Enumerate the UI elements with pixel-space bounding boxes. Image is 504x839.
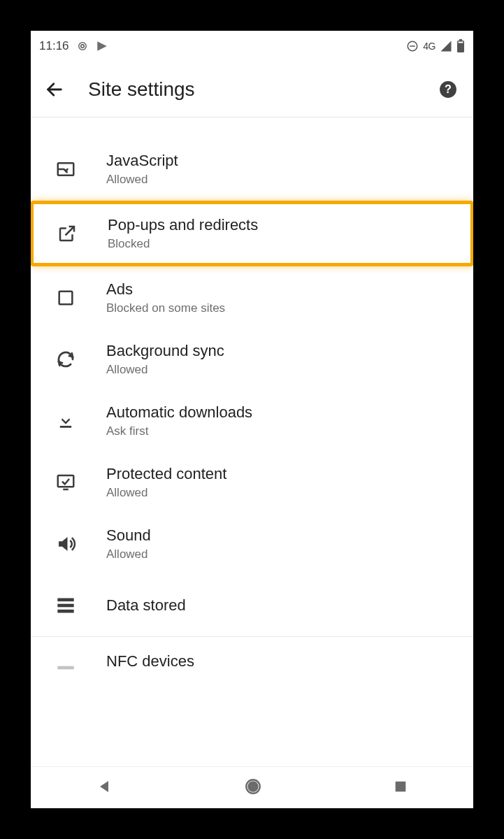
- settings-list: JavaScript Allowed Pop-ups and redirects…: [31, 117, 473, 672]
- row-title: Pop-ups and redirects: [108, 216, 258, 234]
- nfc-icon: [50, 652, 81, 672]
- svg-rect-18: [57, 666, 73, 670]
- sync-icon: [50, 344, 81, 375]
- setting-row-background-sync[interactable]: Background sync Allowed: [31, 329, 473, 390]
- battery-icon: [456, 39, 465, 53]
- svg-rect-6: [459, 42, 463, 43]
- nav-recents-button[interactable]: [372, 772, 429, 803]
- circle-home-icon: [244, 777, 262, 796]
- open-in-new-icon: [52, 218, 82, 249]
- row-title: Background sync: [106, 342, 224, 360]
- storage-icon: [50, 590, 81, 621]
- svg-rect-17: [57, 610, 73, 613]
- play-store-icon: [96, 40, 108, 52]
- row-subtitle: Blocked on some sites: [106, 301, 225, 315]
- network-type-label: 4G: [423, 41, 435, 52]
- setting-row-data-stored[interactable]: Data stored: [31, 575, 473, 636]
- javascript-icon: [50, 154, 81, 185]
- help-icon: ?: [439, 80, 457, 99]
- svg-rect-16: [57, 604, 73, 608]
- row-title: Automatic downloads: [106, 403, 252, 422]
- row-subtitle: Blocked: [108, 237, 258, 251]
- row-title: NFC devices: [106, 652, 194, 671]
- setting-row-popups[interactable]: Pop-ups and redirects Blocked: [32, 203, 472, 264]
- row-title: Sound: [106, 526, 151, 545]
- setting-row-protected-content[interactable]: Protected content Allowed: [31, 452, 473, 513]
- setting-row-javascript[interactable]: JavaScript Allowed: [31, 138, 473, 200]
- do-not-disturb-icon: [406, 40, 419, 52]
- row-title: Ads: [106, 280, 225, 299]
- svg-point-0: [80, 45, 84, 48]
- page-title: Site settings: [88, 78, 195, 101]
- app-bar: Site settings ?: [31, 62, 473, 117]
- svg-rect-15: [57, 598, 73, 602]
- nav-back-button[interactable]: [75, 771, 134, 804]
- row-subtitle: Allowed: [106, 547, 151, 561]
- system-nav-bar: [31, 766, 473, 808]
- status-bar: 11:16 4G: [31, 31, 473, 62]
- download-icon: [50, 406, 81, 436]
- svg-text:?: ?: [445, 83, 452, 95]
- signal-icon: [440, 40, 452, 52]
- sound-icon: [50, 529, 81, 559]
- setting-row-sound[interactable]: Sound Allowed: [31, 513, 473, 575]
- row-subtitle: Ask first: [106, 424, 252, 438]
- row-title: Protected content: [106, 465, 226, 483]
- row-title: JavaScript: [106, 152, 178, 170]
- hotspot-icon: [76, 40, 89, 52]
- help-button[interactable]: ?: [434, 76, 462, 103]
- back-button[interactable]: [38, 73, 71, 106]
- row-title: Data stored: [106, 596, 186, 615]
- svg-rect-21: [395, 782, 405, 792]
- triangle-back-icon: [96, 778, 113, 795]
- arrow-back-icon: [45, 80, 64, 99]
- row-subtitle: Allowed: [106, 486, 226, 500]
- protected-content-icon: [50, 467, 81, 498]
- screen: 11:16 4G Site set: [31, 31, 473, 808]
- svg-rect-12: [60, 426, 71, 428]
- square-recents-icon: [393, 779, 408, 794]
- setting-row-automatic-downloads[interactable]: Automatic downloads Ask first: [31, 390, 473, 452]
- svg-point-20: [248, 782, 257, 791]
- row-subtitle: Allowed: [106, 173, 178, 187]
- svg-rect-13: [58, 475, 74, 487]
- status-time: 11:16: [39, 39, 69, 53]
- svg-rect-5: [459, 39, 462, 41]
- row-subtitle: Allowed: [106, 363, 224, 377]
- setting-row-ads[interactable]: Ads Blocked on some sites: [31, 267, 473, 329]
- ads-icon: [50, 282, 81, 313]
- svg-rect-11: [59, 292, 73, 305]
- nav-home-button[interactable]: [223, 770, 283, 805]
- setting-row-nfc-devices[interactable]: NFC devices: [31, 637, 473, 672]
